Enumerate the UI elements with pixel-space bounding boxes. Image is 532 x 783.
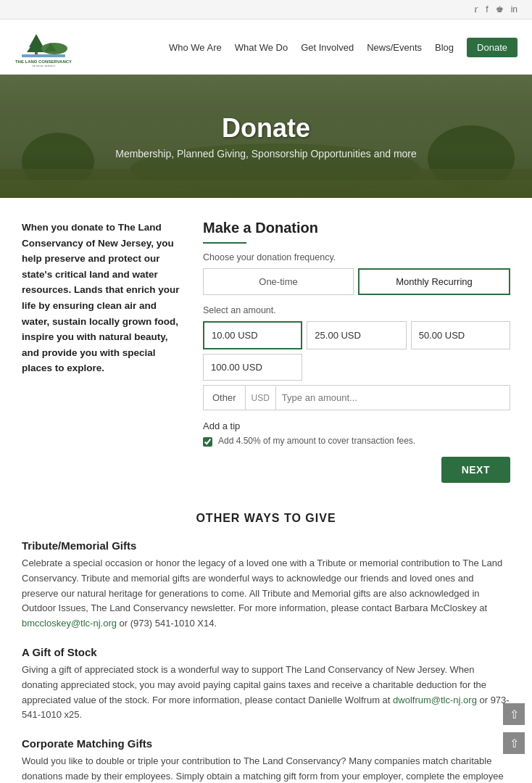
tribute-email-link[interactable]: bmccloskey@tlc-nj.org	[22, 618, 117, 629]
tribute-text: Celebrate a special occasion or honor th…	[22, 556, 510, 631]
hero-content: Donate Membership, Planned Giving, Spons…	[115, 113, 417, 160]
amount-25[interactable]: 25.00 USD	[307, 321, 406, 349]
nav-news-events[interactable]: News/Events	[367, 42, 422, 53]
form-title: Make a Donation	[203, 220, 510, 236]
nav-get-involved[interactable]: Get Involved	[301, 42, 354, 53]
matching-text: Would you like to double or triple your …	[22, 754, 510, 783]
donation-form: Make a Donation Choose your donation fre…	[203, 220, 510, 483]
main-content: When you donate to The Land Conservancy …	[0, 198, 532, 497]
amount-100[interactable]: 100.00 USD	[203, 354, 302, 381]
form-divider	[203, 242, 246, 244]
social-bar: 𝕣 f ♚ in	[0, 0, 532, 20]
one-time-button[interactable]: One-time	[203, 268, 354, 295]
other-amount-row: Other USD	[203, 385, 510, 410]
hero-title: Donate	[115, 113, 417, 144]
amount-grid: 10.00 USD 25.00 USD 50.00 USD	[203, 321, 510, 349]
nav-what-we-do[interactable]: What We Do	[235, 42, 288, 53]
logo[interactable]: THE LAND CONSERVANCY OF NEW JERSEY	[14, 27, 72, 67]
svg-rect-6	[22, 54, 65, 57]
amount-row2: 100.00 USD	[203, 354, 510, 381]
svg-text:THE LAND CONSERVANCY: THE LAND CONSERVANCY	[15, 59, 72, 64]
linkedin-link[interactable]: in	[511, 4, 518, 14]
nav-donate-button[interactable]: Donate	[467, 38, 518, 57]
matching-gifts-section: Corporate Matching Gifts Would you like …	[22, 737, 510, 783]
tip-checkbox-label: Add 4.50% of my amount to cover transact…	[218, 436, 415, 446]
amount-50[interactable]: 50.00 USD	[411, 321, 510, 349]
amount-label: Select an amount.	[203, 305, 510, 315]
other-label: Other	[204, 386, 246, 410]
scroll-top-button-2[interactable]: ⇧	[503, 732, 525, 754]
other-ways-heading: OTHER WAYS TO GIVE	[22, 512, 510, 525]
stock-gift-section: A Gift of Stock Giving a gift of appreci…	[22, 646, 510, 723]
other-ways-section: OTHER WAYS TO GIVE Tribute/Memorial Gift…	[0, 497, 532, 783]
tip-title: Add a tip	[203, 420, 510, 431]
stock-title: A Gift of Stock	[22, 646, 510, 658]
frequency-row: One-time Monthly Recurring	[203, 268, 510, 295]
tribute-memorial-section: Tribute/Memorial Gifts Celebrate a speci…	[22, 539, 510, 631]
next-button[interactable]: NEXT	[441, 457, 510, 483]
matching-title: Corporate Matching Gifts	[22, 737, 510, 750]
tip-checkbox[interactable]	[203, 437, 212, 447]
stock-text: Giving a gift of appreciated stock is a …	[22, 663, 510, 723]
main-nav: THE LAND CONSERVANCY OF NEW JERSEY Who W…	[0, 20, 532, 75]
tip-section: Add a tip Add 4.50% of my amount to cove…	[203, 420, 510, 447]
facebook-link[interactable]: f	[486, 4, 488, 14]
intro-text: When you donate to The Land Conservancy …	[22, 220, 181, 483]
next-button-row: NEXT	[203, 457, 510, 483]
stock-email-link[interactable]: dwolfrum@tlc-nj.org	[393, 695, 477, 705]
monthly-recurring-button[interactable]: Monthly Recurring	[358, 268, 510, 295]
twitter-link[interactable]: 𝕣	[474, 4, 478, 14]
currency-label: USD	[246, 386, 276, 410]
other-amount-input[interactable]	[276, 386, 510, 410]
tribute-title: Tribute/Memorial Gifts	[22, 539, 510, 552]
scroll-top-button-1[interactable]: ⇧	[503, 703, 525, 725]
svg-text:OF NEW JERSEY: OF NEW JERSEY	[32, 65, 56, 67]
hero-section: Donate Membership, Planned Giving, Spons…	[0, 75, 532, 198]
nav-blog[interactable]: Blog	[435, 42, 454, 53]
nav-who-we-are[interactable]: Who We Are	[169, 42, 222, 53]
amount-10[interactable]: 10.00 USD	[203, 321, 302, 349]
frequency-label: Choose your donation frequency.	[203, 252, 510, 262]
nav-links: Who We Are What We Do Get Involved News/…	[169, 41, 518, 53]
instagram-link[interactable]: ♚	[496, 4, 504, 14]
tip-checkbox-row: Add 4.50% of my amount to cover transact…	[203, 436, 510, 447]
hero-subtitle: Membership, Planned Giving, Sponsorship …	[115, 148, 417, 160]
